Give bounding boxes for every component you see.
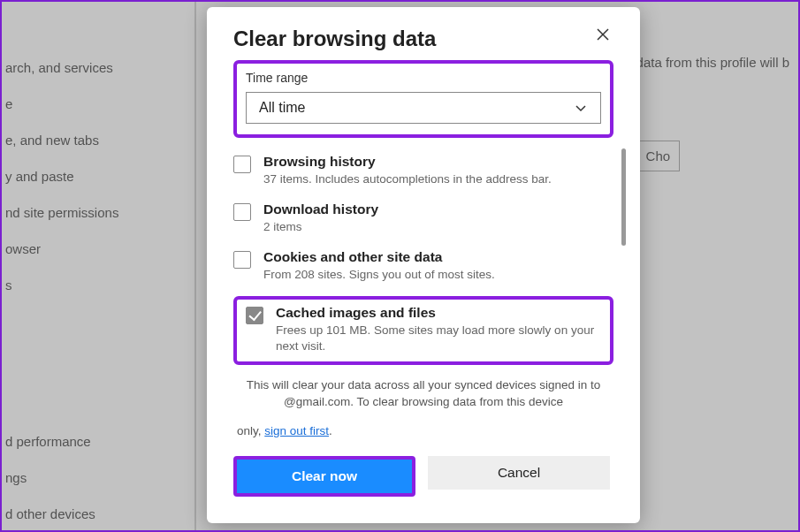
scrollbar[interactable]	[621, 148, 626, 246]
cached-images-item[interactable]: Cached images and files Frees up 101 MB.…	[246, 305, 601, 354]
clear-browsing-data-dialog: Clear browsing data Time range All time …	[207, 7, 640, 523]
sync-warning: This will clear your data across all you…	[233, 377, 613, 411]
sync-warning-line3: only, sign out first.	[233, 423, 613, 440]
checkbox[interactable]	[233, 251, 251, 269]
checkbox[interactable]	[246, 307, 263, 324]
item-subtitle: Frees up 101 MB. Some sites may load mor…	[276, 323, 601, 354]
item-subtitle: 2 items	[263, 219, 613, 235]
item-title: Download history	[263, 201, 613, 217]
item-title: Cached images and files	[276, 305, 601, 321]
sign-out-link[interactable]: sign out first	[264, 424, 329, 437]
cached-highlight: Cached images and files Frees up 101 MB.…	[233, 296, 613, 365]
cancel-button[interactable]: Cancel	[428, 456, 610, 490]
time-range-highlight: Time range All time	[233, 60, 613, 138]
checkbox[interactable]	[233, 203, 251, 221]
clear-now-highlight: Clear now	[233, 456, 415, 497]
chevron-down-icon	[574, 101, 588, 115]
checkbox[interactable]	[233, 156, 251, 173]
browsing-history-item[interactable]: Browsing history 37 items. Includes auto…	[233, 148, 613, 196]
close-icon[interactable]	[592, 27, 613, 44]
download-history-item[interactable]: Download history 2 items	[233, 196, 613, 244]
dialog-title: Clear browsing data	[233, 27, 436, 51]
item-subtitle: From 208 sites. Signs you out of most si…	[263, 267, 613, 283]
cookies-item[interactable]: Cookies and other site data From 208 sit…	[233, 244, 613, 292]
time-range-label: Time range	[246, 71, 601, 85]
item-title: Browsing history	[263, 154, 613, 170]
clear-now-button[interactable]: Clear now	[237, 460, 412, 493]
item-title: Cookies and other site data	[263, 249, 613, 265]
data-type-list: Browsing history 37 items. Includes auto…	[233, 148, 613, 365]
item-subtitle: 37 items. Includes autocompletions in th…	[263, 171, 613, 187]
time-range-select[interactable]: All time	[246, 92, 601, 124]
time-range-value: All time	[259, 100, 305, 116]
